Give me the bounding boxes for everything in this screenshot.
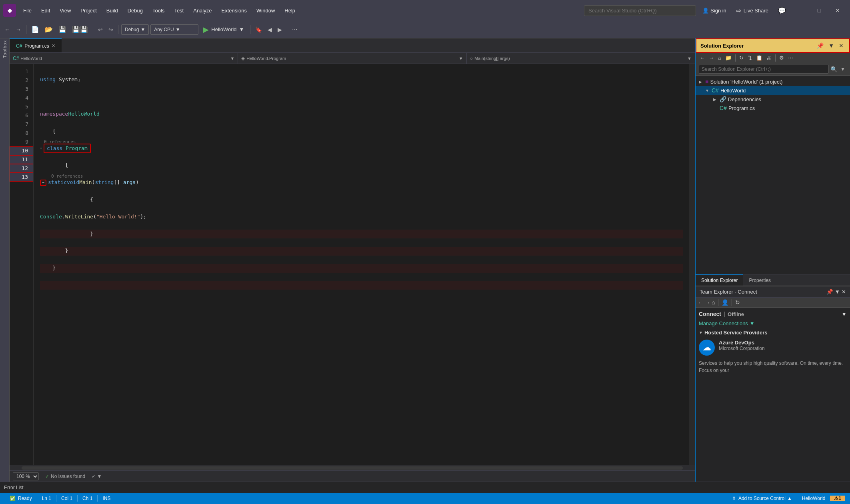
se-home-button[interactable]: ⌂ bbox=[716, 54, 723, 62]
se-new-folder-button[interactable]: 📁 bbox=[724, 54, 733, 62]
zoom-select[interactable]: 100 % bbox=[13, 472, 39, 480]
line-num-1: 1 bbox=[10, 67, 33, 76]
redo-button[interactable]: ↪ bbox=[106, 25, 115, 34]
project-icon: C# bbox=[712, 87, 719, 94]
minimize-button[interactable]: — bbox=[792, 4, 810, 17]
program-cs-tab[interactable]: C# Program.cs ✕ bbox=[10, 38, 62, 52]
ln-status[interactable]: Ln 1 bbox=[37, 493, 56, 504]
platform-dropdown[interactable]: Any CPU ▼ bbox=[150, 24, 198, 35]
menu-build[interactable]: Build bbox=[102, 5, 123, 16]
horizontal-scrollbar[interactable] bbox=[10, 465, 695, 470]
code-line-3: namespace HelloWorld bbox=[40, 110, 683, 118]
se-back-button[interactable]: ← bbox=[698, 54, 706, 62]
col-status[interactable]: Col 1 bbox=[56, 493, 77, 504]
editor-scrollbar[interactable] bbox=[689, 64, 695, 465]
code-line-5: ⁃ 0 references class Program bbox=[40, 144, 683, 153]
open-button[interactable]: 📂 bbox=[43, 24, 55, 34]
se-more-button[interactable]: ⋯ bbox=[786, 54, 795, 62]
code-line-9: Console.WriteLine("Hello World!"); bbox=[40, 212, 683, 221]
te-close-button[interactable]: ✕ bbox=[842, 289, 846, 295]
ins-label: INS bbox=[102, 496, 110, 501]
te-person-button[interactable]: 👤 bbox=[722, 299, 728, 306]
code-editor[interactable]: 1 2 3 4 5 6 7 8 9 10 11 12 13 using Syst… bbox=[10, 64, 695, 465]
se-settings-button[interactable]: ⚙ bbox=[778, 54, 786, 62]
solution-search-input[interactable] bbox=[699, 65, 829, 74]
config-dropdown[interactable]: Debug ▼ bbox=[121, 24, 149, 35]
toolbar-sep-4 bbox=[250, 25, 250, 34]
bookmark-button[interactable]: 🔖 bbox=[253, 25, 264, 34]
se-sync-button[interactable]: ⇅ bbox=[746, 54, 754, 62]
arrow-down-button[interactable]: ▼ bbox=[827, 42, 836, 50]
new-project-button[interactable]: 📄 bbox=[29, 24, 41, 34]
cs-file-icon: C# bbox=[720, 105, 727, 111]
save-button[interactable]: 💾 bbox=[56, 24, 68, 34]
menu-help[interactable]: Help bbox=[280, 5, 300, 16]
te-home-button[interactable]: ⌂ bbox=[712, 299, 715, 306]
menu-file[interactable]: File bbox=[18, 5, 36, 16]
undo-button[interactable]: ↩ bbox=[96, 25, 105, 34]
te-manage-connections[interactable]: Manage Connections ▼ bbox=[699, 320, 847, 326]
ready-label: Ready bbox=[18, 496, 32, 501]
menu-view[interactable]: View bbox=[55, 5, 76, 16]
menu-project[interactable]: Project bbox=[76, 5, 101, 16]
tab-properties[interactable]: Properties bbox=[743, 274, 776, 286]
solution-root-item[interactable]: ▶ ■ Solution 'HelloWorld' (1 project) bbox=[696, 77, 850, 86]
toolbar-sep-2 bbox=[93, 25, 93, 34]
run-button[interactable]: ▶ HelloWorld ▼ bbox=[200, 24, 247, 35]
ch-status[interactable]: Ch 1 bbox=[78, 493, 97, 504]
menu-extensions[interactable]: Extensions bbox=[216, 5, 252, 16]
code-nav: C# HelloWorld ▼ ◈ HelloWorld.Program ▼ ○… bbox=[10, 53, 695, 64]
menu-edit[interactable]: Edit bbox=[36, 5, 55, 16]
menu-analyze[interactable]: Analyze bbox=[188, 5, 216, 16]
nav-project-dropdown[interactable]: C# HelloWorld ▼ bbox=[10, 53, 238, 64]
se-forward-button[interactable]: → bbox=[707, 54, 716, 62]
menu-debug[interactable]: Debug bbox=[123, 5, 148, 16]
source-control-dropdown-icon: ▲ bbox=[787, 496, 792, 501]
save-all-button[interactable]: 💾💾 bbox=[70, 24, 90, 34]
te-forward-button[interactable]: → bbox=[705, 300, 710, 306]
pin-button[interactable]: 📌 bbox=[815, 42, 825, 50]
se-print-button[interactable]: 🖨 bbox=[765, 54, 773, 62]
nav-class-dropdown[interactable]: ◈ HelloWorld.Program ▼ bbox=[238, 53, 466, 64]
next-bookmark-button[interactable]: ▶ bbox=[276, 25, 284, 34]
prev-bookmark-button[interactable]: ◀ bbox=[266, 25, 274, 34]
ins-status[interactable]: INS bbox=[98, 493, 115, 504]
menu-test[interactable]: Test bbox=[169, 5, 188, 16]
code-line-4: { bbox=[40, 127, 683, 136]
se-refresh-button[interactable]: ↻ bbox=[738, 54, 745, 62]
tab-solution-explorer[interactable]: Solution Explorer bbox=[696, 274, 743, 286]
warning-button[interactable]: ⚠ 1 bbox=[830, 496, 845, 501]
tab-close-button[interactable]: ✕ bbox=[52, 43, 55, 48]
se-copy-button[interactable]: 📋 bbox=[754, 54, 764, 62]
live-share-button[interactable]: ⇨ Live Share bbox=[733, 6, 772, 16]
project-status[interactable]: HelloWorld bbox=[797, 496, 830, 501]
nav-method-dropdown[interactable]: ○ Main(string[] args) ▼ bbox=[467, 53, 695, 64]
more-toolbar-button[interactable]: ⋯ bbox=[290, 25, 300, 34]
menu-window[interactable]: Window bbox=[252, 5, 280, 16]
program-cs-item[interactable]: C# Program.cs bbox=[696, 104, 850, 112]
te-back-button[interactable]: ← bbox=[698, 300, 703, 306]
dependencies-item[interactable]: ▶ 🔗 Dependencies bbox=[696, 95, 850, 104]
te-provider-details: Azure DevOps Microsoft Corporation bbox=[719, 340, 765, 351]
forward-button[interactable]: → bbox=[14, 25, 23, 34]
maximize-button[interactable]: □ bbox=[810, 4, 828, 17]
back-button[interactable]: ← bbox=[2, 25, 12, 34]
te-refresh-button[interactable]: ↻ bbox=[735, 299, 740, 306]
search-icon-button[interactable]: 🔍 bbox=[829, 66, 839, 72]
code-content[interactable]: using System; namespace HelloWorld { ⁃ 0… bbox=[34, 64, 689, 465]
se-tb-sep bbox=[735, 54, 736, 62]
feedback-icon[interactable]: 💬 bbox=[778, 7, 786, 14]
te-pin-button[interactable]: 📌 bbox=[826, 289, 833, 295]
project-item[interactable]: ▼ C# HelloWorld bbox=[696, 86, 850, 95]
sign-in-button[interactable]: 👤 Sign in bbox=[702, 8, 726, 14]
menu-tools[interactable]: Tools bbox=[148, 5, 169, 16]
close-button[interactable]: ✕ bbox=[828, 4, 847, 17]
source-control-button[interactable]: ⇧ Add to Source Control ▲ bbox=[727, 496, 797, 501]
search-options-button[interactable]: ▼ bbox=[839, 66, 847, 72]
title-search-input[interactable] bbox=[584, 5, 696, 16]
ready-status[interactable]: ✅ Ready bbox=[5, 493, 37, 504]
close-panel-button[interactable]: ✕ bbox=[837, 42, 845, 50]
te-arrow-button[interactable]: ▼ bbox=[835, 289, 840, 295]
toolbox-sidebar[interactable]: Toolbox bbox=[0, 38, 10, 482]
error-list-bar[interactable]: Error List bbox=[0, 482, 850, 493]
